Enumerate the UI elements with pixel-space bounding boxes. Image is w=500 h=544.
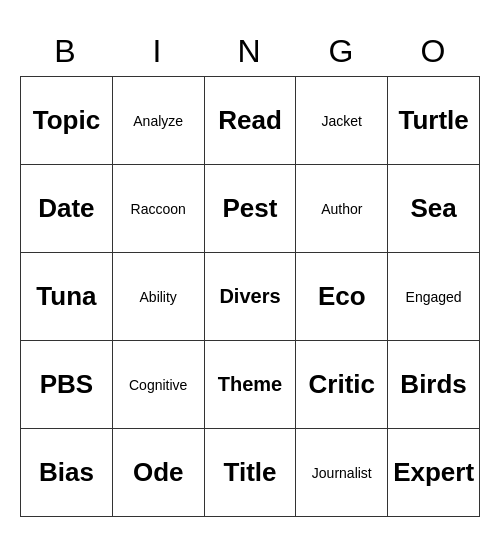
cell-r2-c0: Tuna	[21, 253, 113, 341]
cell-r1-c0: Date	[21, 165, 113, 253]
cell-r0-c0: Topic	[21, 77, 113, 165]
cell-r3-c3: Critic	[296, 341, 388, 429]
bingo-header: B I N G O	[20, 27, 480, 76]
cell-r2-c2: Divers	[204, 253, 296, 341]
cell-r4-c0: Bias	[21, 429, 113, 517]
cell-r4-c1: Ode	[112, 429, 204, 517]
cell-r3-c0: PBS	[21, 341, 113, 429]
bingo-grid: TopicAnalyzeReadJacketTurtleDateRaccoonP…	[20, 76, 480, 517]
cell-r0-c1: Analyze	[112, 77, 204, 165]
cell-r4-c3: Journalist	[296, 429, 388, 517]
cell-r0-c2: Read	[204, 77, 296, 165]
cell-r2-c3: Eco	[296, 253, 388, 341]
cell-r1-c2: Pest	[204, 165, 296, 253]
cell-r0-c4: Turtle	[388, 77, 480, 165]
header-n: N	[204, 27, 296, 76]
header-i: I	[112, 27, 204, 76]
cell-r0-c3: Jacket	[296, 77, 388, 165]
cell-r2-c4: Engaged	[388, 253, 480, 341]
cell-r3-c4: Birds	[388, 341, 480, 429]
cell-r4-c2: Title	[204, 429, 296, 517]
cell-r1-c4: Sea	[388, 165, 480, 253]
header-o: O	[388, 27, 480, 76]
cell-r3-c1: Cognitive	[112, 341, 204, 429]
header-g: G	[296, 27, 388, 76]
header-b: B	[20, 27, 112, 76]
cell-r1-c3: Author	[296, 165, 388, 253]
cell-r3-c2: Theme	[204, 341, 296, 429]
cell-r2-c1: Ability	[112, 253, 204, 341]
cell-r4-c4: Expert	[388, 429, 480, 517]
cell-r1-c1: Raccoon	[112, 165, 204, 253]
